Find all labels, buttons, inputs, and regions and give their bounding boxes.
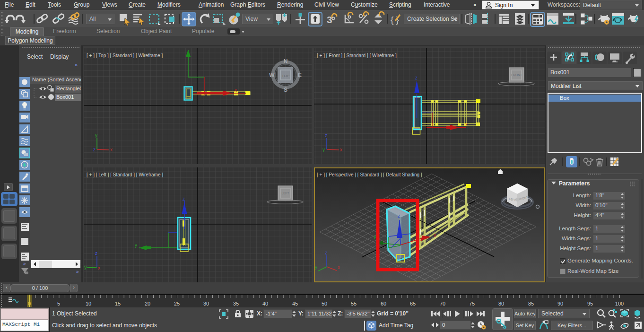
- svg-text:y: y: [374, 234, 376, 239]
- svg-text:35: 35: [233, 301, 239, 306]
- svg-text:E: E: [298, 72, 302, 79]
- svg-text:[ + ] [ Top ] [ Standard ] [ W: [ + ] [ Top ] [ Standard ] [ Wireframe ]: [87, 53, 163, 58]
- svg-text:40: 40: [262, 301, 268, 306]
- svg-text:85: 85: [528, 301, 534, 306]
- svg-text:x: x: [434, 233, 436, 238]
- svg-text:z: z: [398, 213, 400, 218]
- svg-text:S: S: [284, 87, 287, 93]
- svg-text:z: z: [183, 196, 185, 201]
- svg-text:x: x: [338, 265, 340, 270]
- svg-text:15: 15: [115, 301, 121, 306]
- svg-text:75: 75: [469, 301, 475, 306]
- svg-text:20: 20: [145, 301, 150, 306]
- svg-text:z: z: [325, 250, 327, 255]
- svg-text:y: y: [315, 265, 317, 270]
- svg-text:0: 0: [28, 301, 31, 306]
- svg-text:10: 10: [86, 301, 91, 306]
- svg-text:x: x: [98, 265, 100, 271]
- svg-text:N: N: [284, 58, 288, 65]
- svg-text:y: y: [322, 147, 325, 152]
- svg-text:90: 90: [557, 301, 563, 306]
- svg-text:W: W: [269, 72, 275, 79]
- svg-text:5: 5: [57, 301, 60, 306]
- svg-text:55: 55: [351, 301, 357, 306]
- svg-text:50: 50: [322, 301, 327, 306]
- svg-text:z: z: [95, 251, 97, 256]
- svg-text:45: 45: [292, 301, 298, 306]
- svg-text:z: z: [325, 133, 327, 138]
- svg-text:60: 60: [381, 301, 386, 306]
- svg-text:TOP: TOP: [282, 74, 289, 78]
- svg-text:y: y: [135, 243, 137, 248]
- svg-text:80: 80: [498, 301, 504, 306]
- svg-text:x: x: [340, 147, 342, 152]
- svg-text:z: z: [93, 147, 96, 152]
- svg-text:x: x: [235, 87, 237, 93]
- svg-text:[ + ] [ Left ] [ Standard ] [: [ + ] [ Left ] [ Standard ] [ Wireframe …: [87, 172, 163, 177]
- svg-text:[ + ] [ Front ] [ Standard ] [: [ + ] [ Front ] [ Standard ] [ Wireframe…: [317, 53, 397, 58]
- svg-text:y: y: [84, 265, 87, 270]
- svg-text:70: 70: [440, 301, 445, 306]
- svg-text:100: 100: [615, 301, 624, 306]
- svg-text:LEFT: LEFT: [282, 192, 289, 195]
- svg-text:{ }: { }: [391, 15, 399, 25]
- svg-text:[ + ] [ Perspective ] [ Standa: [ + ] [ Perspective ] [ Standard ] [ Def…: [317, 172, 422, 177]
- svg-text:x: x: [110, 147, 113, 152]
- svg-text:FRONT: FRONT: [511, 73, 522, 77]
- svg-text:y: y: [95, 133, 97, 138]
- svg-text:65: 65: [410, 301, 416, 306]
- svg-text:30: 30: [203, 301, 209, 306]
- svg-text:25: 25: [174, 301, 180, 306]
- svg-text:x: x: [465, 122, 468, 127]
- svg-text:z: z: [415, 75, 418, 80]
- svg-text:95: 95: [587, 301, 593, 306]
